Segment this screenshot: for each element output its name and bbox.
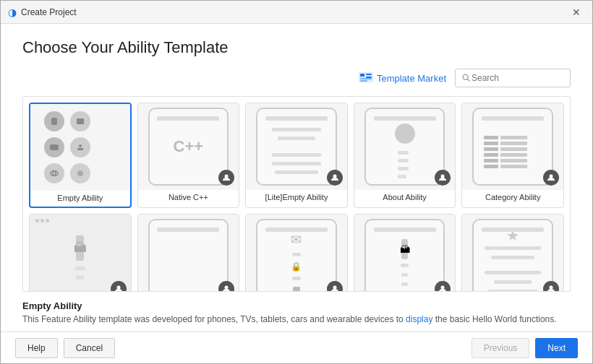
template-card-image-preview[interactable]: 🏔 Image Preview bbox=[354, 214, 456, 292]
phone-mockup-cpp: C++ bbox=[148, 108, 229, 186]
create-project-dialog: ◑ Create Project ✕ Choose Your Ability T… bbox=[0, 0, 593, 364]
window-dots-gallery bbox=[35, 219, 49, 222]
templates-area[interactable]: Empty Ability C++ Native C++ bbox=[22, 96, 571, 292]
search-box[interactable] bbox=[455, 69, 571, 87]
phone-mockup-about bbox=[364, 108, 445, 186]
cpp-text: C++ bbox=[174, 137, 204, 156]
search-icon bbox=[461, 73, 472, 83]
svg-rect-2 bbox=[366, 74, 372, 75]
template-thumb-contact bbox=[462, 214, 563, 292]
template-card-empty-ability[interactable]: Empty Ability bbox=[29, 103, 132, 208]
phone-mockup-image-preview: 🏔 bbox=[364, 219, 445, 292]
template-name-empty-ability: Empty Ability bbox=[54, 194, 106, 202]
svg-point-13 bbox=[51, 171, 58, 176]
template-card-about[interactable]: About Ability bbox=[354, 103, 456, 208]
svg-rect-12 bbox=[77, 148, 83, 150]
page-title: Choose Your Ability Template bbox=[22, 38, 571, 57]
svg-rect-10 bbox=[50, 144, 59, 150]
svg-rect-8 bbox=[51, 118, 57, 125]
template-market-label: Template Market bbox=[377, 73, 446, 84]
template-thumb-gallery: 🏔 bbox=[30, 214, 131, 292]
template-name-lite-empty: [Lite]Empty Ability bbox=[263, 193, 331, 202]
user-badge-lite bbox=[327, 170, 343, 186]
title-bar-left: ◑ Create Project bbox=[8, 6, 77, 18]
phone-mockup-login: ✉ 🔒 bbox=[256, 219, 337, 292]
template-name-category: Category Ability bbox=[482, 193, 543, 202]
search-input[interactable] bbox=[472, 73, 564, 83]
svg-point-11 bbox=[79, 144, 82, 147]
svg-point-23 bbox=[441, 286, 445, 290]
template-thumb-empty-ability bbox=[30, 104, 130, 191]
title-bar: ◑ Create Project ✕ bbox=[1, 1, 592, 24]
gallery-thumb-content: 🏔 bbox=[74, 235, 87, 281]
phone-mockup-contact bbox=[472, 219, 553, 292]
dialog-body: Choose Your Ability Template Template Ma… bbox=[1, 24, 592, 332]
template-thumb-category bbox=[462, 103, 563, 190]
user-badge-cpp bbox=[218, 170, 234, 186]
templates-grid: Empty Ability C++ Native C++ bbox=[29, 103, 564, 292]
template-thumb-lite-empty bbox=[246, 103, 347, 190]
svg-point-21 bbox=[225, 286, 229, 290]
template-market-icon bbox=[359, 72, 373, 84]
next-button[interactable]: Next bbox=[535, 338, 578, 358]
template-thumb-image-preview: 🏔 bbox=[354, 214, 456, 292]
svg-rect-5 bbox=[360, 80, 367, 82]
user-badge-login bbox=[327, 281, 343, 292]
svg-point-14 bbox=[53, 171, 56, 176]
svg-point-19 bbox=[550, 175, 553, 178]
app-icon: ◑ bbox=[8, 6, 17, 18]
close-button[interactable]: ✕ bbox=[568, 4, 585, 21]
user-badge-gallery bbox=[111, 281, 127, 292]
svg-point-16 bbox=[225, 175, 229, 178]
user-badge-contact bbox=[543, 281, 559, 292]
svg-point-22 bbox=[333, 286, 336, 290]
dialog-footer: Help Cancel Previous Next bbox=[1, 332, 592, 363]
template-card-category[interactable]: Category Ability bbox=[461, 103, 564, 208]
toolbar: Template Market bbox=[22, 69, 571, 87]
user-badge-category bbox=[543, 170, 559, 186]
phone-mockup-calendar bbox=[148, 219, 229, 292]
svg-rect-4 bbox=[360, 78, 372, 79]
template-thumb-native-cpp: C++ bbox=[138, 103, 239, 190]
info-highlight: display bbox=[406, 314, 432, 324]
ea-icons-grid bbox=[35, 104, 125, 191]
svg-rect-9 bbox=[77, 118, 84, 124]
svg-rect-1 bbox=[360, 74, 364, 77]
template-name-cpp: Native C++ bbox=[166, 193, 211, 202]
svg-line-7 bbox=[467, 79, 469, 81]
footer-left: Help Cancel bbox=[15, 338, 115, 358]
user-badge-about bbox=[435, 170, 451, 186]
svg-point-15 bbox=[77, 170, 83, 176]
title-bar-title: Create Project bbox=[21, 7, 77, 17]
footer-right: Previous Next bbox=[472, 338, 578, 358]
template-card-gallery[interactable]: 🏔 Gallery bbox=[29, 214, 132, 292]
template-card-native-cpp[interactable]: C++ Native C++ bbox=[137, 103, 240, 208]
svg-point-20 bbox=[116, 286, 120, 290]
svg-point-18 bbox=[441, 175, 445, 178]
phone-mockup-category bbox=[472, 108, 553, 186]
template-card-lite-empty[interactable]: [Lite]Empty Ability bbox=[245, 103, 348, 208]
template-thumb-login: ✉ 🔒 bbox=[246, 214, 347, 292]
svg-rect-3 bbox=[366, 77, 372, 78]
svg-point-17 bbox=[333, 175, 336, 178]
template-thumb-about bbox=[354, 103, 456, 190]
selected-template-description: This Feature Ability template was develo… bbox=[22, 313, 571, 326]
template-card-login[interactable]: ✉ 🔒 Login bbox=[245, 214, 348, 292]
template-card-calendar[interactable]: Calendar bbox=[137, 214, 240, 292]
user-badge-image-preview bbox=[435, 281, 451, 292]
template-card-contact[interactable]: Contact bbox=[461, 214, 564, 292]
template-thumb-calendar bbox=[138, 214, 239, 292]
svg-point-25 bbox=[550, 286, 553, 290]
template-market-button[interactable]: Template Market bbox=[359, 72, 446, 84]
template-name-about: About Ability bbox=[380, 193, 430, 202]
info-section: Empty Ability This Feature Ability templ… bbox=[22, 292, 571, 332]
help-button[interactable]: Help bbox=[15, 338, 58, 358]
user-badge-calendar bbox=[218, 281, 234, 292]
cancel-button[interactable]: Cancel bbox=[64, 338, 115, 358]
previous-button[interactable]: Previous bbox=[472, 338, 530, 358]
selected-template-title: Empty Ability bbox=[22, 300, 571, 311]
phone-mockup-lite bbox=[256, 108, 337, 186]
